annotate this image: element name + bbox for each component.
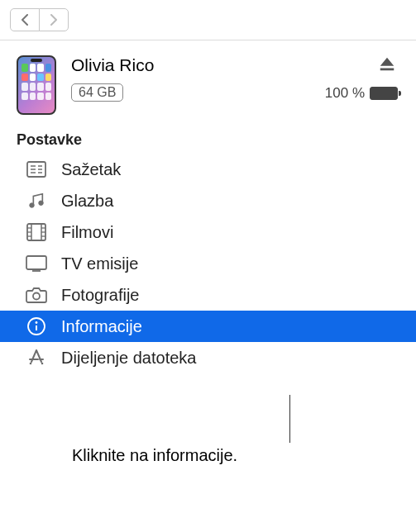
- svg-point-8: [39, 201, 44, 206]
- battery-icon: [370, 87, 398, 100]
- device-thumbnail[interactable]: [17, 55, 56, 115]
- svg-point-24: [30, 363, 32, 365]
- sidebar-item-photos[interactable]: Fotografije: [0, 279, 416, 311]
- appstore-icon: [25, 348, 48, 368]
- sidebar-item-label: Informacije: [61, 317, 142, 336]
- sidebar-item-label: TV emisije: [61, 254, 138, 273]
- sidebar-item-music[interactable]: Glazba: [0, 185, 416, 216]
- svg-point-7: [30, 203, 35, 208]
- chevron-left-icon: [20, 14, 30, 26]
- forward-button[interactable]: [39, 8, 69, 31]
- chevron-right-icon: [49, 14, 59, 26]
- storage-badge: 64 GB: [71, 83, 123, 102]
- sidebar-item-label: Glazba: [61, 192, 113, 211]
- sidebar-list: Sažetak Glazba Filmovi TV emisije Fotogr…: [0, 154, 416, 373]
- sidebar-item-movies[interactable]: Filmovi: [0, 216, 416, 248]
- sidebar-item-label: Sažetak: [61, 160, 121, 179]
- device-header: Olivia Rico 64 GB 100 %: [0, 40, 416, 126]
- music-icon: [25, 191, 48, 211]
- sidebar-item-label: Dijeljenje datoteka: [61, 349, 196, 368]
- sidebar-item-info[interactable]: Informacije: [0, 311, 416, 342]
- camera-icon: [25, 285, 48, 305]
- settings-section-header: Postavke: [0, 126, 416, 154]
- svg-point-20: [33, 293, 40, 300]
- callout-line: [289, 395, 290, 443]
- svg-rect-18: [26, 256, 46, 269]
- callout-text: Kliknite na informacije.: [72, 446, 237, 465]
- svg-rect-0: [27, 162, 45, 177]
- sidebar-item-summary[interactable]: Sažetak: [0, 154, 416, 185]
- back-button[interactable]: [10, 8, 40, 31]
- device-name: Olivia Rico: [71, 55, 401, 75]
- battery-percent-label: 100 %: [325, 85, 365, 102]
- summary-icon: [25, 159, 48, 179]
- info-icon: [25, 316, 48, 336]
- eject-button[interactable]: [378, 55, 396, 77]
- sidebar-item-tv[interactable]: TV emisije: [0, 248, 416, 279]
- toolbar: [0, 0, 416, 40]
- svg-point-25: [41, 363, 44, 365]
- tv-icon: [25, 254, 48, 273]
- battery-status: 100 %: [325, 85, 398, 102]
- film-icon: [25, 222, 48, 242]
- eject-icon: [378, 55, 396, 74]
- sidebar-item-filesharing[interactable]: Dijeljenje datoteka: [0, 342, 416, 373]
- sidebar-item-label: Filmovi: [61, 223, 113, 242]
- sidebar-item-label: Fotografije: [61, 286, 140, 305]
- svg-point-22: [36, 321, 38, 324]
